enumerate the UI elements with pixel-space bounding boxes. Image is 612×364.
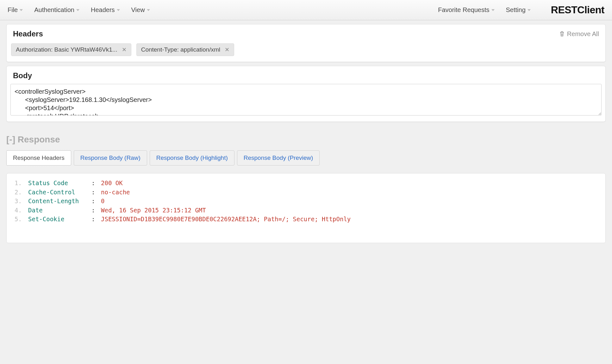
- menu-file-label: File: [8, 6, 18, 14]
- response-header-line: 1. Status Code : 200 OK: [13, 179, 599, 188]
- menu-fav-label: Favorite Requests: [438, 6, 489, 14]
- header-colon: :: [91, 215, 101, 224]
- header-value: 200 OK: [101, 179, 123, 188]
- top-menu-bar: File Authentication Headers View Favorit…: [0, 0, 612, 20]
- menu-auth-label: Authentication: [34, 6, 74, 14]
- trash-icon: [559, 31, 565, 37]
- menu-setting[interactable]: Setting: [506, 6, 531, 14]
- tab-response-body-preview[interactable]: Response Body (Preview): [237, 150, 320, 166]
- response-tabs: Response Headers Response Body (Raw) Res…: [6, 150, 606, 166]
- brand-title: RESTClient: [551, 4, 604, 16]
- line-number: 4.: [13, 206, 28, 215]
- response-header-line: 4. Date : Wed, 16 Sep 2015 23:15:12 GMT: [13, 206, 599, 215]
- menu-authentication[interactable]: Authentication: [34, 6, 79, 14]
- chip-remove-icon[interactable]: ✕: [225, 46, 229, 53]
- response-title: [-] Response: [6, 135, 606, 145]
- header-colon: :: [91, 188, 101, 197]
- response-title-label: Response: [18, 135, 60, 144]
- caret-icon: [20, 9, 23, 11]
- header-value: JSESSIONID=D1B39EC9980E7E90BDE0C22692AEE…: [101, 215, 351, 224]
- header-key: Date: [28, 206, 91, 215]
- menu-favorite-requests[interactable]: Favorite Requests: [438, 6, 494, 14]
- header-chip-content-type[interactable]: Content-Type: application/xml ✕: [136, 43, 234, 56]
- chip-label: Content-Type: application/xml: [141, 46, 220, 53]
- response-section: [-] Response Response Headers Response B…: [6, 135, 606, 243]
- header-value: Wed, 16 Sep 2015 23:15:12 GMT: [101, 206, 206, 215]
- headers-panel-header: Headers Remove All: [7, 24, 605, 42]
- body-panel-title: Body: [13, 71, 32, 80]
- caret-icon: [76, 9, 79, 11]
- body-panel-header: Body: [7, 66, 605, 84]
- caret-icon: [147, 9, 150, 11]
- header-colon: :: [91, 206, 101, 215]
- chip-remove-icon[interactable]: ✕: [122, 46, 127, 53]
- response-header-line: 3. Content-Length : 0: [13, 197, 599, 206]
- caret-icon: [491, 9, 495, 11]
- response-header-line: 5. Set-Cookie : JSESSIONID=D1B39EC9980E7…: [13, 215, 599, 224]
- body-textarea[interactable]: [10, 84, 602, 116]
- header-key: Set-Cookie: [28, 215, 91, 224]
- headers-panel-title: Headers: [13, 29, 43, 38]
- line-number: 5.: [13, 215, 28, 224]
- menu-view[interactable]: View: [131, 6, 150, 14]
- chip-label: Authorization: Basic YWRtaW46Vk1...: [16, 46, 117, 53]
- header-key: Status Code: [28, 179, 91, 188]
- tab-response-body-raw[interactable]: Response Body (Raw): [74, 150, 147, 166]
- menu-headers-label: Headers: [91, 6, 115, 14]
- header-chips: Authorization: Basic YWRtaW46Vk1... ✕ Co…: [7, 42, 605, 62]
- header-value: 0: [101, 197, 104, 206]
- menu-left: File Authentication Headers View: [8, 6, 150, 14]
- menu-right: Favorite Requests Setting RESTClient: [438, 4, 604, 16]
- tab-response-headers[interactable]: Response Headers: [6, 150, 71, 166]
- header-key: Content-Length: [28, 197, 91, 206]
- header-colon: :: [91, 179, 101, 188]
- menu-setting-label: Setting: [506, 6, 526, 14]
- header-chip-authorization[interactable]: Authorization: Basic YWRtaW46Vk1... ✕: [11, 43, 131, 56]
- response-output: 1. Status Code : 200 OK 2. Cache-Control…: [6, 173, 606, 243]
- body-panel: Body: [6, 66, 606, 122]
- header-value: no-cache: [101, 188, 130, 197]
- header-colon: :: [91, 197, 101, 206]
- header-key: Cache-Control: [28, 188, 91, 197]
- menu-file[interactable]: File: [8, 6, 23, 14]
- line-number: 1.: [13, 179, 28, 188]
- remove-all-button[interactable]: Remove All: [559, 30, 599, 38]
- tab-response-body-highlight[interactable]: Response Body (Highlight): [150, 150, 234, 166]
- response-collapse-toggle[interactable]: [-]: [6, 135, 15, 144]
- menu-headers[interactable]: Headers: [91, 6, 120, 14]
- line-number: 3.: [13, 197, 28, 206]
- remove-all-label: Remove All: [567, 30, 599, 38]
- menu-view-label: View: [131, 6, 145, 14]
- caret-icon: [117, 9, 120, 11]
- line-number: 2.: [13, 188, 28, 197]
- caret-icon: [528, 9, 531, 11]
- headers-panel: Headers Remove All Authorization: Basic …: [6, 24, 606, 62]
- response-header-line: 2. Cache-Control : no-cache: [13, 188, 599, 197]
